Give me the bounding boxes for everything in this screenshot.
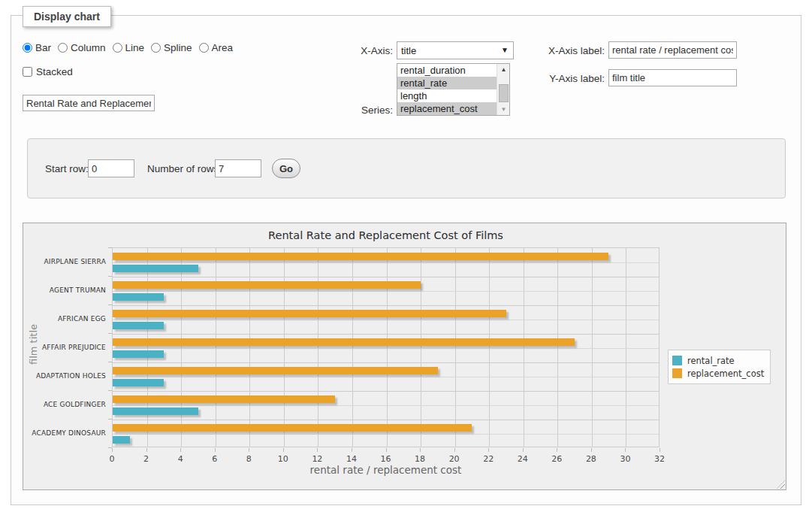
legend-label-rental_rate: rental_rate: [687, 356, 735, 366]
x-tick-mark: [386, 448, 387, 452]
y-tick-mark: [108, 419, 112, 420]
y-axis-label-field-label: Y-Axis label:: [543, 73, 605, 84]
x-tick-label: 12: [304, 454, 330, 464]
y-tick-mark: [108, 333, 112, 334]
grid-vline: [524, 248, 524, 447]
rental_rate-bar: [113, 293, 164, 301]
series-option-rental_duration[interactable]: rental_duration: [397, 64, 497, 77]
grid-hline-mid: [113, 262, 659, 263]
y-tick-label: AIRPLANE SIERRA: [31, 258, 106, 265]
rental_rate-bar: [113, 265, 198, 272]
radio-spline[interactable]: [151, 43, 161, 53]
legend-swatch-replacement_cost: [672, 368, 682, 378]
radio-label-line: Line: [125, 42, 145, 53]
x-tick-mark: [180, 448, 181, 452]
series-options: rental_durationrental_ratelengthreplacem…: [397, 64, 497, 115]
replacement_cost-bar: [113, 338, 575, 346]
rental_rate-bar: [113, 436, 130, 444]
start-row-input[interactable]: [88, 159, 134, 177]
x-tick-label: 18: [407, 454, 433, 464]
scroll-down-icon[interactable]: ▼: [497, 104, 510, 115]
number-of-rows-input[interactable]: [215, 159, 261, 177]
x-tick-label: 32: [647, 454, 672, 464]
radio-bar[interactable]: [23, 43, 32, 53]
series-select-label: Series:: [358, 105, 393, 116]
y-axis-label-input[interactable]: [608, 69, 737, 86]
grid-hline-mid: [113, 320, 659, 320]
grid-vline: [318, 248, 318, 447]
x-tick-label: 0: [99, 454, 125, 464]
x-axis-selected-value: title: [401, 45, 416, 56]
x-tick-label: 20: [442, 454, 467, 464]
series-scrollbar[interactable]: ▲ ▼: [497, 64, 509, 115]
start-row-label: Start row:: [45, 163, 89, 174]
replacement_cost-bar: [113, 253, 608, 260]
x-tick-mark: [625, 448, 626, 452]
stacked-checkbox[interactable]: [23, 67, 32, 77]
series-option-length[interactable]: length: [397, 89, 497, 102]
radio-area[interactable]: [199, 43, 209, 53]
x-axis-select[interactable]: title ▼: [397, 41, 514, 59]
y-tick-mark: [108, 276, 112, 277]
y-tick-label: ADAPTATION HOLES: [31, 372, 106, 380]
rental_rate-bar: [113, 379, 164, 386]
grid-vline: [626, 248, 626, 447]
grid-vline: [147, 248, 148, 447]
grid-hline: [113, 362, 659, 363]
replacement_cost-bar: [113, 367, 438, 374]
x-tick-mark: [215, 448, 216, 452]
series-option-replacement_cost[interactable]: replacement_cost: [397, 102, 497, 115]
grid-hline-mid: [113, 434, 659, 435]
grid-hline: [113, 420, 659, 420]
x-tick-label: 6: [202, 454, 228, 464]
radio-line[interactable]: [113, 43, 122, 53]
y-tick-label: ACE GOLDFINGER: [31, 401, 106, 408]
y-tick-label: AFRICAN EGG: [31, 315, 106, 323]
x-tick-mark: [146, 448, 147, 452]
chart-type-option-spline: Spline: [151, 42, 192, 53]
y-tick-mark: [108, 362, 112, 362]
y-tick-label: ACADEMY DINOSAUR: [31, 429, 106, 437]
dropdown-arrow-icon: ▼: [501, 46, 509, 54]
chart-type-option-bar: Bar: [23, 42, 51, 53]
grid-vline: [352, 248, 353, 447]
go-button[interactable]: Go: [272, 159, 300, 178]
grid-vline: [557, 248, 558, 447]
x-axis-select-label: X-Axis:: [350, 45, 393, 56]
x-tick-mark: [523, 448, 524, 452]
x-axis-label-field-label: X-Axis label:: [543, 45, 605, 56]
x-tick-label: 24: [510, 454, 536, 464]
radio-label-area: Area: [212, 42, 234, 53]
rental_rate-bar: [113, 350, 164, 358]
x-tick-label: 22: [475, 454, 501, 464]
radio-column[interactable]: [58, 43, 68, 53]
x-tick-mark: [660, 448, 660, 452]
radio-label-spline: Spline: [164, 42, 192, 53]
resize-handle-icon[interactable]: [777, 480, 785, 489]
x-tick-mark: [352, 448, 352, 452]
grid-vline: [489, 248, 490, 447]
x-tick-mark: [557, 448, 557, 452]
grid-hline: [113, 334, 659, 335]
y-tick-label: AFFAIR PREJUDICE: [31, 344, 106, 351]
chart-legend: rental_ratereplacement_cost: [668, 350, 771, 384]
replacement_cost-bar: [113, 281, 421, 289]
fieldset-legend: Display chart: [23, 6, 111, 27]
series-option-rental_rate[interactable]: rental_rate: [397, 77, 497, 89]
x-axis-label-input[interactable]: [608, 41, 737, 59]
scroll-up-icon[interactable]: ▲: [497, 64, 510, 75]
scrollbar-thumb[interactable]: [499, 84, 509, 102]
radio-label-bar: Bar: [35, 42, 51, 53]
x-tick-mark: [283, 448, 284, 452]
y-tick-mark: [108, 447, 112, 448]
grid-hline-mid: [113, 291, 659, 292]
chart-title-input[interactable]: [23, 95, 155, 111]
y-tick-mark: [108, 304, 112, 305]
legend-entry-rental_rate: rental_rate: [672, 354, 764, 367]
x-tick-mark: [317, 448, 318, 452]
chart-type-option-area: Area: [199, 42, 234, 53]
series-multiselect[interactable]: rental_durationrental_ratelengthreplacem…: [397, 63, 510, 116]
x-tick-mark: [488, 448, 489, 452]
x-tick-label: 30: [612, 454, 638, 464]
chart-type-option-column: Column: [58, 42, 106, 53]
